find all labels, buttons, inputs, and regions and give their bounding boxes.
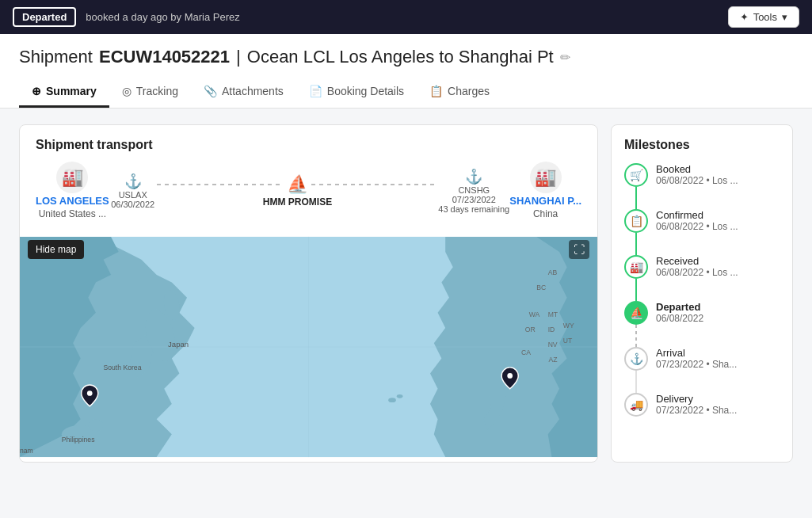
port-dest-node: ⚓ CNSHG 07/23/2022 43 days remaining — [438, 168, 509, 214]
milestone-received-name: Received — [656, 255, 738, 267]
svg-text:nam: nam — [20, 447, 33, 455]
hide-map-button[interactable]: Hide map — [28, 240, 84, 259]
map-svg: Japan South Korea Philippines nam AB BC … — [20, 232, 597, 462]
dest-country: China — [533, 208, 558, 219]
milestone-departed-date: 06/08/2022 — [656, 313, 703, 324]
milestone-delivery-icon: 🚚 — [624, 393, 648, 417]
milestone-departed-content: Departed 06/08/2022 — [656, 301, 703, 340]
port-origin-code: USLAX — [119, 190, 147, 200]
transport-title: Shipment transport — [20, 125, 597, 162]
milestone-departed-name: Departed — [656, 301, 703, 313]
main-content: Shipment transport 🏭 LOS ANGELES United … — [0, 109, 812, 478]
anchor-icon-origin: ⚓ — [124, 173, 142, 190]
page-title: Shipment ECUW14052221 | Ocean LCL Los An… — [19, 47, 793, 67]
milestone-booked-content: Booked 06/08/2022 • Los ... — [656, 163, 738, 202]
milestone-arrival-date: 07/23/2022 • Sha... — [656, 359, 737, 370]
svg-text:UT: UT — [563, 337, 573, 345]
svg-text:Japan: Japan — [168, 340, 189, 349]
map-container: Hide map ⛶ — [20, 232, 597, 462]
tab-summary[interactable]: ⊕ Summary — [19, 77, 109, 108]
milestone-received-icon: 🏭 — [624, 255, 648, 279]
tab-tracking[interactable]: ◎ Tracking — [109, 77, 191, 108]
milestone-confirmed-name: Confirmed — [656, 209, 738, 221]
svg-text:ID: ID — [548, 326, 555, 333]
shipment-description: Ocean LCL Los Angeles to Shanghai Pt — [247, 47, 554, 67]
tab-booking-icon: 📄 — [309, 85, 322, 97]
milestone-arrival: ⚓ Arrival 07/23/2022 • Sha... — [624, 347, 780, 393]
chevron-down-icon: ▾ — [782, 11, 787, 23]
milestone-arrival-icon: ⚓ — [624, 347, 648, 371]
tab-booking-details[interactable]: 📄 Booking Details — [296, 77, 417, 108]
svg-text:AB: AB — [548, 269, 558, 276]
dest-name: SHANGHAI P... — [509, 195, 581, 207]
milestone-booked-name: Booked — [656, 163, 738, 175]
milestone-departed: ⛵ Departed 06/08/2022 — [624, 301, 780, 347]
svg-text:CA: CA — [521, 349, 531, 356]
dest-warehouse-icon: 🏭 — [530, 162, 562, 193]
anchor-icon-dest: ⚓ — [465, 168, 482, 185]
route-middle: ⚓ USLAX 06/30/2022 ⛵ HMM PROMISE ⚓ — [109, 168, 510, 214]
milestone-confirmed-icon: 📋 — [624, 209, 648, 233]
svg-text:MT: MT — [548, 310, 558, 318]
svg-point-11 — [87, 390, 93, 396]
tab-charges[interactable]: 📋 Charges — [417, 77, 502, 108]
origin-country: United States ... — [39, 208, 106, 219]
milestones-title: Milestones — [624, 138, 780, 152]
milestone-delivery-date: 07/23/2022 • Sha... — [656, 405, 737, 416]
tab-charges-icon: 📋 — [429, 85, 443, 97]
svg-point-5 — [388, 398, 396, 402]
milestone-list: 🛒 Booked 06/08/2022 • Los ... 📋 Conf — [624, 163, 780, 432]
port-origin-date: 06/30/2022 — [111, 200, 154, 209]
port-dest-code: CNSHG — [458, 185, 490, 195]
svg-point-4 — [88, 419, 103, 431]
milestone-booked-icon: 🛒 — [624, 163, 648, 187]
port-dest-days: 43 days remaining — [438, 204, 509, 214]
milestone-confirmed-content: Confirmed 06/08/2022 • Los ... — [656, 209, 738, 248]
title-separator: | — [236, 47, 241, 67]
shipment-id: ECUW14052221 — [99, 47, 230, 67]
milestone-departed-icon: ⛵ — [624, 301, 648, 325]
booked-info: booked a day ago by Maria Perez — [86, 11, 239, 23]
route-section: 🏭 LOS ANGELES United States ... ⚓ USLAX … — [20, 162, 597, 232]
milestone-booked-date: 06/08/2022 • Los ... — [656, 175, 738, 186]
milestone-confirmed: 📋 Confirmed 06/08/2022 • Los ... — [624, 209, 780, 255]
svg-point-10 — [507, 373, 513, 379]
svg-text:NV: NV — [548, 341, 558, 349]
tab-tracking-icon: ◎ — [122, 85, 132, 97]
milestone-delivery-content: Delivery 07/23/2022 • Sha... — [656, 393, 737, 432]
edit-icon[interactable]: ✏ — [560, 50, 570, 65]
port-dest-date: 07/23/2022 — [452, 195, 496, 204]
svg-text:South Korea: South Korea — [104, 364, 142, 371]
expand-map-button[interactable]: ⛶ — [569, 240, 589, 259]
tab-attachments-icon: 📎 — [204, 85, 217, 97]
tab-bar: ⊕ Summary ◎ Tracking 📎 Attachments 📄 Boo… — [19, 77, 793, 108]
origin-location: 🏭 LOS ANGELES United States ... — [36, 162, 109, 219]
transport-card: Shipment transport 🏭 LOS ANGELES United … — [19, 124, 598, 463]
svg-point-6 — [397, 394, 403, 398]
svg-text:OR: OR — [525, 326, 536, 333]
vessel-name: HMM PROMISE — [263, 196, 332, 208]
port-origin-node: ⚓ USLAX 06/30/2022 — [109, 173, 157, 209]
milestone-delivery-name: Delivery — [656, 393, 737, 405]
svg-text:BC: BC — [536, 284, 546, 291]
origin-name: LOS ANGELES — [36, 195, 109, 207]
milestones-card: Milestones 🛒 Booked 06/08/2022 • Los ... — [611, 124, 793, 463]
tab-summary-icon: ⊕ — [32, 85, 41, 97]
tools-button[interactable]: ✦ Tools ▾ — [728, 6, 799, 28]
svg-text:WY: WY — [563, 322, 574, 329]
status-badge: Departed — [13, 7, 76, 27]
destination-location: 🏭 SHANGHAI P... China — [509, 162, 581, 219]
milestone-confirmed-date: 06/08/2022 • Los ... — [656, 221, 738, 232]
svg-text:WA: WA — [529, 310, 540, 318]
tab-attachments[interactable]: 📎 Attachments — [191, 77, 296, 108]
milestone-booked: 🛒 Booked 06/08/2022 • Los ... — [624, 163, 780, 209]
vessel-icon: ⛵ — [284, 174, 311, 195]
top-bar: Departed booked a day ago by Maria Perez… — [0, 0, 812, 34]
svg-text:Philippines: Philippines — [62, 436, 95, 444]
svg-text:AZ: AZ — [549, 356, 558, 364]
tools-icon: ✦ — [740, 11, 749, 23]
origin-warehouse-icon: 🏭 — [56, 162, 88, 193]
milestone-delivery: 🚚 Delivery 07/23/2022 • Sha... — [624, 393, 780, 432]
milestone-received: 🏭 Received 06/08/2022 • Los ... — [624, 255, 780, 301]
milestone-received-date: 06/08/2022 • Los ... — [656, 267, 738, 278]
